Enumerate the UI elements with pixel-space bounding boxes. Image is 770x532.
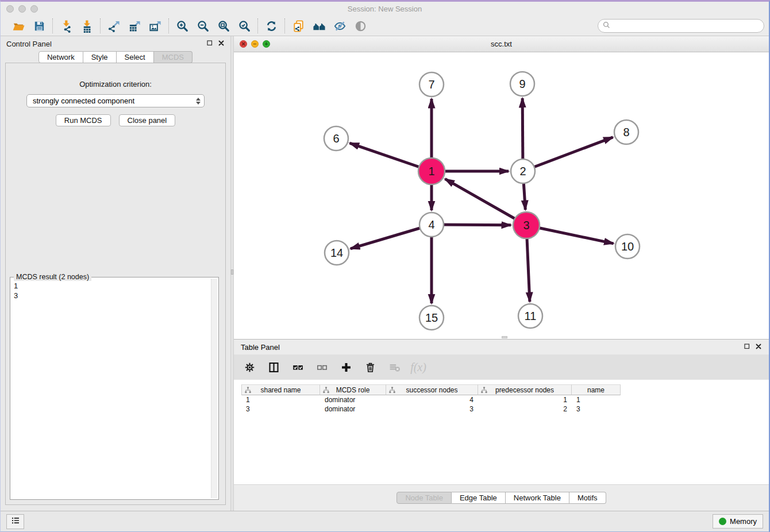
select-all-button[interactable] [290, 358, 305, 376]
table-cell[interactable]: 3 [241, 405, 320, 413]
mcds-result-list[interactable]: 13 [11, 279, 210, 498]
search-input[interactable] [613, 22, 759, 30]
network-canvas[interactable]: 7968124314101511 [234, 52, 769, 339]
table-row[interactable]: 1dominator411 [241, 395, 769, 404]
graph-node-11[interactable]: 11 [518, 304, 542, 328]
search-icon [603, 21, 613, 31]
memory-button[interactable]: Memory [713, 514, 763, 529]
window-titlebar: Session: New Session [1, 2, 769, 16]
network-close-button[interactable]: ✕ [240, 40, 247, 48]
mcds-result-item: 1 [14, 281, 208, 291]
column-header-successor-nodes[interactable]: successor nodes [386, 384, 478, 395]
svg-text:9: 9 [519, 78, 525, 90]
show-graphics-details-button[interactable] [352, 18, 369, 34]
table-row[interactable]: 3dominator323 [241, 404, 769, 414]
table-cell[interactable]: dominator [320, 396, 386, 404]
delete-columns-button[interactable] [363, 358, 378, 376]
table-cell[interactable]: 3 [386, 405, 478, 413]
graph-node-2[interactable]: 2 [511, 159, 535, 183]
tab-style[interactable]: Style [83, 51, 117, 63]
table-body: 1dominator4113dominator323 [241, 395, 769, 414]
graph-node-10[interactable]: 10 [615, 234, 640, 259]
zoom-selected-button[interactable] [236, 18, 253, 34]
network-minimize-button[interactable]: − [251, 40, 259, 48]
column-header-MCDS-role[interactable]: MCDS role [320, 384, 386, 395]
splitter-grip[interactable] [231, 269, 233, 275]
import-network-icon [60, 20, 73, 33]
refresh-view-button[interactable] [263, 18, 280, 34]
memory-label: Memory [730, 517, 757, 526]
zoom-fit-button[interactable] [215, 18, 232, 34]
tab-select[interactable]: Select [117, 51, 154, 63]
graph-node-1[interactable]: 1 [418, 158, 445, 184]
optimization-criterion-select[interactable]: strongly connected component [26, 94, 205, 107]
column-header-shared-name[interactable]: shared name [241, 384, 320, 395]
table-cell[interactable]: 2 [478, 405, 572, 413]
run-mcds-button[interactable]: Run MCDS [56, 114, 111, 126]
column-header-predecessor-nodes[interactable]: predecessor nodes [478, 384, 572, 395]
float-panel-icon[interactable] [206, 38, 213, 49]
edge-2-8[interactable] [523, 137, 613, 171]
export-table-button[interactable] [126, 18, 143, 34]
tab-motifs[interactable]: Motifs [569, 492, 606, 504]
svg-text:11: 11 [525, 310, 537, 322]
zoom-in-button[interactable] [174, 18, 191, 34]
float-panel-icon[interactable] [744, 342, 750, 352]
table-cell[interactable]: 3 [572, 405, 621, 413]
clone-network-button[interactable] [290, 18, 307, 34]
table-cell[interactable]: 1 [241, 396, 320, 404]
table-settings-button[interactable] [242, 358, 257, 376]
hide-graphics-details-button[interactable] [331, 18, 348, 34]
graph-node-14[interactable]: 14 [325, 241, 349, 265]
export-network-button[interactable] [105, 18, 122, 34]
horizontal-splitter-grip[interactable] [502, 336, 507, 338]
import-table-button[interactable] [78, 18, 95, 34]
svg-text:10: 10 [621, 240, 634, 253]
tab-network[interactable]: Network [38, 51, 83, 63]
open-file-button[interactable] [10, 18, 27, 34]
table-panel: Table Panel f(x) shared nameMCDS rolesuc… [234, 340, 769, 511]
tab-mcds[interactable]: MCDS [154, 51, 192, 63]
toolbar-groups [5, 18, 374, 34]
export-image-button[interactable] [147, 18, 164, 34]
table-cell[interactable]: dominator [320, 405, 386, 413]
graph-node-8[interactable]: 8 [614, 120, 638, 144]
graph-node-7[interactable]: 7 [419, 72, 444, 97]
import-network-button[interactable] [57, 18, 75, 34]
tab-node-table[interactable]: Node Table [396, 492, 452, 504]
svg-text:8: 8 [623, 126, 629, 138]
search-box[interactable] [598, 19, 764, 33]
graph-node-9[interactable]: 9 [510, 72, 534, 96]
minimize-window-button[interactable] [18, 5, 26, 13]
graph-node-4[interactable]: 4 [419, 213, 444, 237]
close-panel-icon[interactable] [218, 38, 225, 49]
table-cell[interactable]: 4 [386, 396, 478, 404]
zoom-out-button[interactable] [194, 18, 211, 34]
network-maximize-button[interactable]: + [263, 40, 270, 48]
toolbar-group [53, 18, 100, 34]
show-columns-icon [268, 361, 280, 373]
result-scrollbar[interactable] [211, 279, 217, 498]
close-window-button[interactable] [6, 5, 14, 13]
first-neighbors-button[interactable] [310, 18, 328, 34]
column-header-name[interactable]: name [572, 384, 621, 395]
tab-edge-table[interactable]: Edge Table [452, 492, 506, 504]
edge-3-1[interactable] [445, 179, 526, 225]
table-panel-title: Table Panel [241, 343, 280, 352]
unselect-all-button[interactable] [314, 358, 329, 376]
tab-network-table[interactable]: Network Table [506, 492, 569, 504]
task-history-button[interactable] [6, 514, 24, 529]
table-cell[interactable]: 1 [478, 396, 572, 404]
close-panel-icon[interactable] [755, 342, 762, 352]
graph-node-15[interactable]: 15 [419, 306, 444, 330]
graph-node-3[interactable]: 3 [513, 212, 540, 238]
network-graph[interactable]: 7968124314101511 [234, 52, 769, 339]
create-column-button[interactable] [338, 358, 353, 376]
close-panel-button[interactable]: Close panel [119, 114, 176, 126]
graph-node-6[interactable]: 6 [324, 126, 348, 151]
save-session-button[interactable] [30, 18, 48, 34]
maximize-window-button[interactable] [30, 5, 38, 13]
show-columns-button[interactable] [266, 358, 281, 376]
table-cell[interactable]: 1 [572, 396, 621, 404]
table-panel-controls [744, 342, 762, 352]
